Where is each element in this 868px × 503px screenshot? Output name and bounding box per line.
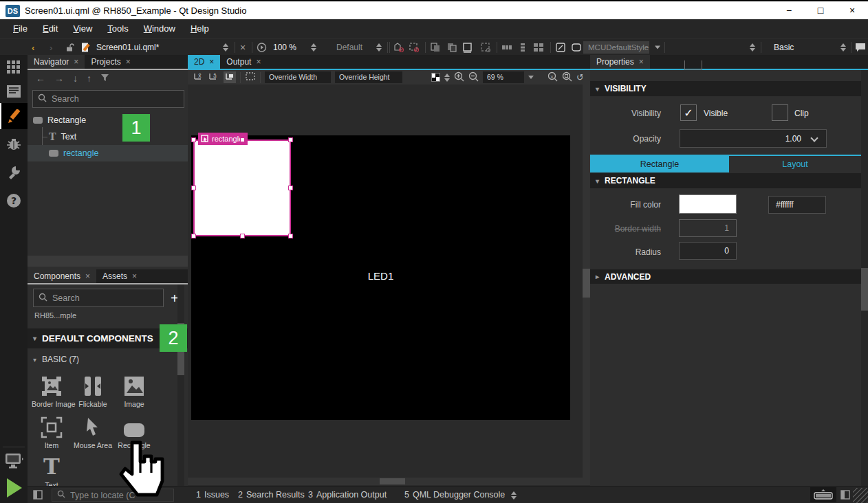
resize-handle-se[interactable]	[288, 234, 293, 238]
kit-select[interactable]: Basic	[774, 43, 794, 52]
component-border-image[interactable]: Border Image	[32, 372, 72, 408]
zoom-dropdown-arrow[interactable]	[528, 76, 534, 79]
canvas-hscrollbar[interactable]	[188, 478, 583, 485]
run-button[interactable]	[7, 478, 22, 498]
grid-view-icon[interactable]	[533, 43, 544, 52]
pane-search-results[interactable]: 2Search Results	[238, 490, 305, 500]
move-up-icon[interactable]: ↑	[87, 73, 91, 84]
copy-format-icon[interactable]	[430, 42, 441, 53]
resize-grip[interactable]	[853, 488, 868, 503]
override-height-field[interactable]: Override Height	[335, 71, 402, 83]
tab-close-icon[interactable]: ×	[256, 57, 261, 67]
empty-combo-spinner[interactable]	[750, 43, 755, 52]
style-dropdown-arrow[interactable]	[655, 45, 660, 49]
scrollbar-thumb[interactable]	[380, 478, 405, 484]
tab-output[interactable]: Output×	[220, 55, 267, 69]
build-progress-icon[interactable]	[810, 487, 836, 502]
opacity-input[interactable]: 1.00	[680, 129, 827, 148]
section-visibility[interactable]: ▾ VISIBILITY	[590, 81, 861, 96]
subtab-layout[interactable]: Layout	[729, 156, 861, 172]
menu-tools[interactable]: Tools	[100, 19, 135, 38]
menu-help[interactable]: Help	[183, 19, 217, 38]
edit-annotation-icon[interactable]	[555, 42, 566, 53]
tab-close-icon[interactable]: ×	[132, 271, 137, 281]
section-basic[interactable]: ▾ BASIC (7)	[28, 353, 188, 366]
tab-close-icon[interactable]: ×	[74, 57, 78, 67]
zoom-indicator-icon[interactable]	[257, 42, 267, 52]
scrollbar-thumb[interactable]	[861, 268, 868, 311]
clipped-checkbox[interactable]	[684, 60, 702, 70]
help-mode-icon[interactable]: ?	[0, 192, 28, 209]
clip-checkbox[interactable]	[772, 104, 788, 121]
move-down-icon[interactable]: ↓	[73, 73, 78, 84]
canvas-vscrollbar[interactable]	[583, 70, 590, 485]
navigator-search[interactable]	[32, 90, 184, 108]
border-width-input[interactable]: 1	[679, 219, 737, 237]
move-left-icon[interactable]: ←	[36, 73, 45, 84]
document-spinner[interactable]	[223, 43, 228, 52]
back-button[interactable]: ‹	[32, 43, 34, 52]
style-select[interactable]: MCUDefaultStyle	[583, 41, 649, 54]
visible-checkbox[interactable]: ✓	[680, 104, 697, 121]
component-item[interactable]: Item	[32, 414, 72, 449]
tab-components[interactable]: Components×	[28, 269, 96, 283]
background-color-swatch[interactable]	[431, 73, 440, 82]
pane-issues[interactable]: 1Issues	[196, 490, 229, 500]
merge-template-icon[interactable]	[462, 42, 474, 53]
paste-format-icon[interactable]	[446, 42, 457, 53]
zoom-in-icon[interactable]	[454, 71, 464, 84]
zoom-fit-screen-icon[interactable]: ×	[547, 71, 558, 84]
override-width-field[interactable]: Override Width	[265, 71, 331, 83]
resize-handle-e[interactable]	[288, 186, 293, 190]
tab-properties[interactable]: Properties×	[590, 55, 650, 69]
resize-handle-sw[interactable]	[191, 234, 196, 238]
menu-window[interactable]: Window	[136, 19, 183, 38]
menu-view[interactable]: View	[65, 19, 100, 38]
output-pane-toggle-icon[interactable]	[840, 490, 850, 502]
resize-handle-w[interactable]	[191, 186, 196, 190]
tree-item-rectangle-child[interactable]: rectangle	[28, 145, 188, 161]
components-scrollbar[interactable]	[177, 284, 184, 486]
sidebar-toggle-icon[interactable]	[33, 490, 43, 502]
minimize-button[interactable]: −	[773, 1, 805, 19]
lock-icon[interactable]	[66, 43, 75, 52]
fill-color-hex-input[interactable]: #ffffff	[768, 196, 826, 214]
forward-button[interactable]: ›	[50, 43, 52, 52]
zoom-fit-selection-icon[interactable]	[562, 71, 572, 84]
run-target-icon[interactable]	[0, 452, 28, 470]
resize-handle-n[interactable]	[240, 137, 245, 142]
canvas-zoom-level[interactable]: 69 %	[483, 71, 524, 83]
filter-icon[interactable]	[100, 73, 110, 84]
show-bounds-icon[interactable]	[245, 71, 256, 83]
tab-close-icon[interactable]: ×	[126, 57, 131, 67]
tab-projects[interactable]: Projects×	[85, 55, 136, 69]
resize-handle-ne[interactable]	[288, 137, 293, 142]
menu-edit[interactable]: Edit	[35, 19, 65, 38]
close-document-icon[interactable]: ×	[240, 43, 246, 52]
document-edit-icon[interactable]	[80, 42, 91, 52]
menu-file[interactable]: File	[6, 19, 35, 38]
navigator-search-input[interactable]	[52, 94, 184, 104]
fill-color-swatch[interactable]	[679, 194, 737, 214]
panel-splitter[interactable]	[28, 256, 188, 267]
subtab-rectangle[interactable]: Rectangle	[590, 156, 729, 172]
hbar-view-icon[interactable]	[501, 43, 513, 52]
resize-handle-nw[interactable]	[191, 137, 196, 142]
resize-handle-s[interactable]	[240, 234, 245, 238]
toolbar-zoom-level[interactable]: 100 %	[273, 43, 296, 52]
design-mode-icon[interactable]	[0, 103, 28, 129]
comment-icon[interactable]	[855, 43, 866, 52]
section-advanced[interactable]: ▸ ADVANCED	[590, 269, 861, 284]
component-text[interactable]: T Text	[32, 454, 72, 486]
component-flickable[interactable]: Flickable	[73, 372, 113, 408]
reset-view-a-icon[interactable]: ā	[208, 71, 219, 83]
tab-2d[interactable]: 2D×	[188, 55, 220, 69]
workspace-select[interactable]: Default	[336, 43, 362, 52]
zoom-spinner[interactable]	[311, 43, 316, 52]
kit-spinner[interactable]	[840, 43, 846, 52]
selected-rectangle-element[interactable]: rectangle	[193, 139, 291, 236]
current-document[interactable]: Screen01.ui.qml*	[96, 43, 159, 52]
radius-input[interactable]: 0	[679, 242, 737, 260]
pane-selector-spinner[interactable]	[511, 491, 517, 500]
component-outline-icon[interactable]	[571, 42, 582, 53]
